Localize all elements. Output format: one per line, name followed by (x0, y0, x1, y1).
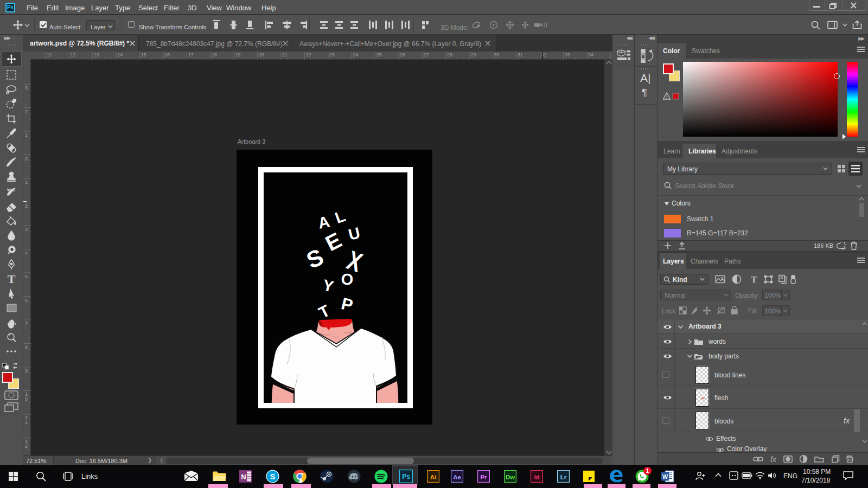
svg-text:0: 0 (25, 156, 28, 162)
svg-text:9: 9 (25, 368, 28, 374)
svg-text:28: 28 (447, 52, 452, 57)
svg-text:30: 30 (494, 52, 500, 57)
svg-text:5: 5 (25, 274, 28, 279)
svg-text:0: 0 (25, 396, 28, 402)
svg-text:Pr: Pr (480, 474, 487, 480)
svg-text:3: 3 (25, 85, 28, 91)
svg-text:6: 6 (25, 298, 28, 303)
svg-text:19: 19 (235, 52, 240, 57)
svg-text:34: 34 (588, 52, 593, 57)
svg-text:7: 7 (25, 321, 28, 326)
svg-text:W: W (662, 473, 668, 480)
svg-text:22: 22 (305, 52, 311, 57)
svg-text:26: 26 (400, 52, 405, 57)
svg-text:27: 27 (423, 52, 429, 57)
svg-text:T: T (8, 272, 16, 286)
svg-text:2: 2 (25, 444, 28, 449)
svg-text:fx: fx (770, 455, 777, 463)
svg-text:1: 1 (25, 132, 28, 138)
svg-text:Ai: Ai (430, 474, 437, 480)
svg-text:Id: Id (534, 474, 539, 480)
svg-text:33: 33 (565, 52, 570, 57)
svg-text:11: 11 (47, 52, 52, 57)
svg-text:T: T (751, 274, 757, 284)
svg-text:32: 32 (541, 52, 546, 57)
svg-text:15: 15 (141, 52, 146, 57)
svg-text:25: 25 (376, 52, 382, 57)
svg-text:2: 2 (25, 109, 28, 114)
svg-text:2: 2 (25, 203, 28, 209)
svg-text:13: 13 (94, 52, 99, 57)
svg-text:Dw: Dw (506, 474, 515, 480)
svg-text:17: 17 (188, 52, 193, 57)
svg-text:S: S (270, 472, 275, 481)
svg-text:18: 18 (212, 52, 217, 57)
svg-text:Lr: Lr (560, 474, 567, 480)
svg-text:N: N (241, 473, 246, 481)
svg-text:1: 1 (25, 179, 28, 185)
svg-text:Ps: Ps (402, 473, 410, 480)
svg-text:12: 12 (70, 52, 75, 57)
svg-text:3: 3 (25, 227, 28, 232)
svg-text:Ae: Ae (453, 474, 461, 480)
svg-text:24: 24 (353, 52, 358, 57)
svg-text:23: 23 (329, 52, 335, 57)
svg-text:20: 20 (259, 52, 264, 57)
svg-text:1: 1 (25, 420, 28, 425)
svg-text:4: 4 (25, 251, 28, 256)
svg-text:8: 8 (25, 345, 28, 350)
svg-text:14: 14 (117, 52, 123, 57)
svg-text:29: 29 (470, 52, 476, 57)
svg-text:31: 31 (518, 52, 523, 57)
svg-text:O: O (341, 270, 354, 288)
svg-text:16: 16 (164, 52, 170, 57)
svg-text:!: ! (666, 94, 668, 100)
svg-text:21: 21 (282, 52, 288, 57)
